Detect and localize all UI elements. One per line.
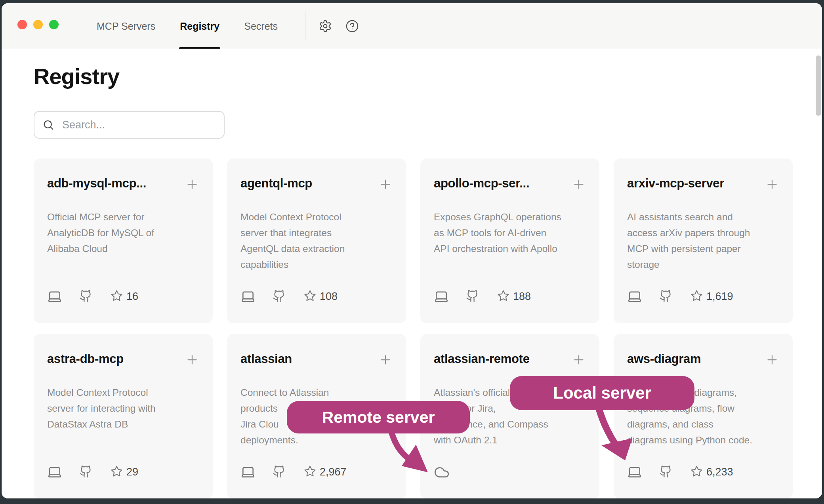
- server-name: aws-diagram: [627, 352, 701, 366]
- close-window-button[interactable]: [17, 20, 27, 29]
- star-icon: [304, 289, 316, 302]
- add-server-button[interactable]: [572, 353, 586, 367]
- local-server-laptop-icon: [240, 464, 256, 479]
- card-header: arxiv-mcp-server: [627, 176, 779, 191]
- card-footer: [434, 464, 586, 479]
- card-footer: 16: [47, 289, 199, 304]
- card-header: astra-db-mcp: [47, 352, 199, 367]
- server-description: Atlassian's official MCPserver for Jira,…: [434, 385, 586, 448]
- star-icon: [111, 464, 123, 478]
- server-card: atlassian-remote Atlassian's official MC…: [420, 334, 599, 498]
- zoom-window-button[interactable]: [49, 20, 59, 29]
- server-name: adb-mysql-mcp...: [47, 176, 146, 191]
- server-name: apollo-mcp-ser...: [434, 176, 529, 191]
- help-icon[interactable]: [344, 18, 360, 34]
- add-server-button[interactable]: [765, 177, 779, 191]
- search-icon: [42, 119, 54, 131]
- server-description: Exposes GraphQL operationsas MCP tools f…: [434, 209, 586, 257]
- registry-page: Registry adb-mysql-mcp... Official MCP s…: [2, 49, 822, 498]
- star-count: 6,233: [706, 466, 733, 478]
- server-name: atlassian: [240, 352, 292, 366]
- minimize-window-button[interactable]: [33, 20, 43, 29]
- server-card: arxiv-mcp-server AI assistants search an…: [614, 158, 793, 323]
- star-icon: [111, 289, 123, 302]
- server-description: Model Context Protocolserver that integr…: [240, 209, 393, 273]
- add-server-button[interactable]: [572, 177, 586, 191]
- server-card-grid: adb-mysql-mcp... Official MCP server for…: [34, 158, 793, 498]
- star-count: 1,619: [706, 290, 733, 303]
- local-server-laptop-icon: [434, 289, 449, 304]
- card-header: apollo-mcp-ser...: [434, 176, 586, 191]
- server-description: AI assistants search andaccess arXiv pap…: [627, 209, 779, 273]
- star-icon: [690, 289, 703, 302]
- server-card: adb-mysql-mcp... Official MCP server for…: [34, 158, 213, 323]
- add-server-button[interactable]: [765, 353, 779, 367]
- server-card: agentql-mcp Model Context Protocolserver…: [227, 158, 406, 323]
- card-footer: 188: [434, 289, 586, 304]
- app-window: MCP ServersRegistrySecrets Registry: [2, 3, 822, 498]
- local-server-laptop-icon: [47, 289, 62, 304]
- server-card: apollo-mcp-ser... Exposes GraphQL operat…: [420, 158, 599, 323]
- github-icon[interactable]: [466, 289, 479, 303]
- local-server-laptop-icon: [627, 289, 642, 304]
- add-server-button[interactable]: [378, 353, 393, 367]
- github-icon[interactable]: [273, 464, 286, 479]
- server-description: Model Context Protocolserver for interac…: [47, 385, 199, 432]
- github-icon[interactable]: [273, 289, 286, 303]
- vertical-scrollbar-thumb[interactable]: [816, 55, 821, 116]
- server-name: atlassian-remote: [434, 352, 530, 366]
- server-card: atlassian Connect to AtlassianproductsJi…: [227, 334, 406, 498]
- add-server-button[interactable]: [185, 353, 199, 367]
- server-name: astra-db-mcp: [47, 352, 124, 366]
- server-name: arxiv-mcp-server: [627, 176, 724, 191]
- main-tabs: MCP ServersRegistrySecrets: [97, 3, 278, 49]
- star-count: 108: [320, 290, 338, 303]
- star-icon: [304, 464, 316, 478]
- server-card: astra-db-mcp Model Context Protocolserve…: [34, 334, 213, 498]
- traffic-lights: [17, 20, 59, 29]
- card-footer: 29: [47, 464, 199, 479]
- local-server-laptop-icon: [47, 464, 62, 479]
- page-title: Registry: [34, 63, 119, 89]
- topbar-divider: [305, 11, 305, 41]
- github-icon[interactable]: [79, 289, 92, 303]
- card-header: aws-diagram: [627, 352, 779, 367]
- tab-registry[interactable]: Registry: [180, 3, 219, 49]
- search-box: [34, 111, 225, 139]
- tab-mcp-servers[interactable]: MCP Servers: [97, 3, 155, 49]
- server-description: Official MCP server forAnalyticDB for My…: [47, 209, 199, 257]
- server-description: Connect to AtlassianproductsJira Cloudep…: [240, 385, 393, 448]
- local-server-laptop-icon: [240, 289, 256, 304]
- local-server-laptop-icon: [627, 464, 642, 479]
- github-icon[interactable]: [659, 289, 672, 303]
- card-header: atlassian: [240, 352, 393, 367]
- card-footer: 1,619: [627, 289, 779, 304]
- server-card: aws-diagram Generate AWS diagrams,sequen…: [614, 334, 793, 498]
- star-count: 16: [126, 290, 138, 303]
- add-server-button[interactable]: [378, 177, 393, 191]
- star-count: 29: [126, 466, 138, 478]
- tab-secrets[interactable]: Secrets: [244, 3, 278, 49]
- card-header: atlassian-remote: [434, 352, 586, 367]
- github-icon[interactable]: [659, 464, 672, 479]
- card-header: agentql-mcp: [240, 176, 393, 191]
- remote-server-cloud-icon: [434, 464, 450, 480]
- card-footer: 6,233: [627, 464, 779, 479]
- star-count: 188: [513, 290, 531, 303]
- star-icon: [497, 289, 509, 302]
- server-name: agentql-mcp: [240, 176, 312, 191]
- window-titlebar: MCP ServersRegistrySecrets: [2, 3, 822, 49]
- card-footer: 2,967: [240, 464, 393, 479]
- star-count: 2,967: [320, 466, 347, 478]
- search-input[interactable]: [62, 119, 216, 131]
- github-icon[interactable]: [79, 464, 92, 479]
- add-server-button[interactable]: [185, 177, 199, 191]
- card-footer: 108: [240, 289, 393, 304]
- settings-gear-icon[interactable]: [317, 18, 334, 34]
- star-icon: [690, 464, 703, 478]
- server-description: Generate AWS diagrams,sequence diagrams,…: [627, 385, 779, 448]
- card-header: adb-mysql-mcp...: [47, 176, 199, 191]
